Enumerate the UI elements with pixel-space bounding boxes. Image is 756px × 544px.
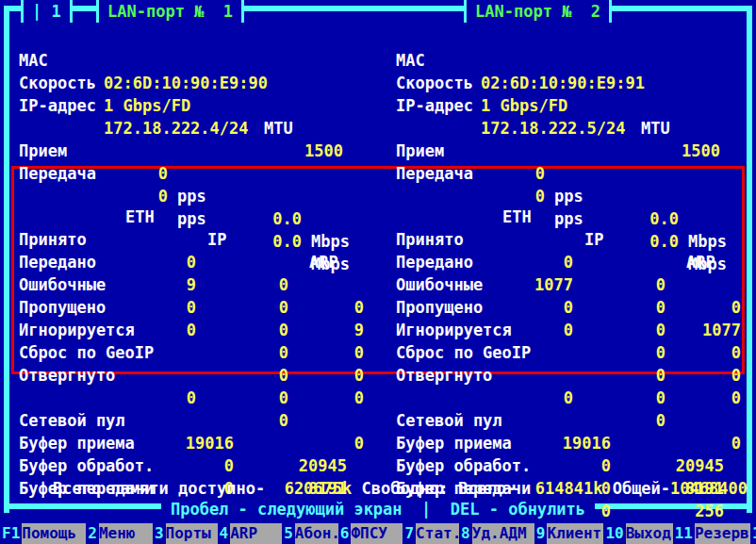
screen-indicator-tab: | 1 bbox=[21, 0, 73, 23]
fkey-exit[interactable]: 10Выход bbox=[603, 523, 672, 544]
memory-summary-line: Всего памяти доступно- 620675k Свободно:… bbox=[53, 477, 748, 500]
stats-header-row: ETH IP ARP bbox=[396, 183, 747, 206]
speed-row: Скорость 1 Gbps/FD MTU 1500 bbox=[396, 49, 747, 72]
table-row: Принято 0 0 0 bbox=[19, 206, 370, 228]
table-row: Ошибочные 0 0 0 bbox=[19, 251, 370, 273]
fkey-number: 11 bbox=[673, 523, 695, 544]
rx-rate-row: Прием 0 pps 0.0 Mbps bbox=[19, 117, 370, 140]
fkey-label: Выход bbox=[626, 523, 673, 544]
memory-total-label: Всего памяти доступно- bbox=[53, 479, 285, 498]
fkey-number: 6 bbox=[338, 523, 352, 544]
ip-label: IP-адрес bbox=[396, 94, 473, 117]
fkey-label: Стат. bbox=[416, 523, 459, 544]
speed-row: Скорость 1 Gbps/FD MTU 1500 bbox=[19, 49, 370, 72]
terminal-screen: | 1 LAN-порт № 1 LAN-порт № 2 MAC 02:6D:… bbox=[0, 0, 756, 544]
speed-value: 1 Gbps/FD bbox=[481, 94, 567, 117]
tx-rate-row: Передача 0 pps 0.0 Mbps bbox=[396, 140, 747, 162]
fkey-label: Меню bbox=[99, 523, 153, 544]
fkey-misc[interactable]: 12Проч. bbox=[750, 523, 756, 544]
table-row: Игнорируется 0 0 bbox=[19, 296, 370, 319]
tx-label: Передача bbox=[19, 162, 96, 185]
fkey-number: 10 bbox=[603, 523, 625, 544]
fkey-number: F1 bbox=[0, 523, 22, 544]
table-row: Отвергнуто 0 0 0 bbox=[19, 341, 370, 364]
ip-row: IP-адрес 172.18.222.4/24 bbox=[19, 72, 370, 94]
fkey-label: Клиент bbox=[547, 523, 603, 544]
memory-free-label: Свободно: Всего- bbox=[352, 479, 534, 498]
stat-arp: 0 bbox=[675, 364, 741, 387]
fkey-client[interactable]: 9Клиент bbox=[534, 523, 604, 544]
memory-common-label: Общей- bbox=[602, 479, 670, 498]
buffer-row: Сетевой пул 19016 20945 bbox=[396, 387, 747, 409]
speed-value: 1 Gbps/FD bbox=[104, 94, 190, 117]
fkey-menu[interactable]: 2Меню bbox=[86, 523, 153, 544]
mac-row: MAC 02:6D:10:90:E9:91 bbox=[396, 26, 747, 49]
table-row: Пропущено 0 0 0 bbox=[19, 273, 370, 296]
stats-header-row: ETH IP ARP bbox=[19, 183, 370, 206]
hint-line: Пробел - следующий экран | DEL - обнулит… bbox=[0, 498, 756, 520]
fkey-label: Помощь bbox=[22, 523, 86, 544]
stat-ip: 0 bbox=[584, 364, 666, 387]
stat-label: Отвергнуто bbox=[396, 364, 492, 387]
fkey-remote-admin[interactable]: 8Уд.АДМ bbox=[459, 523, 534, 544]
screen-indicator-label: | 1 bbox=[32, 2, 61, 21]
fkey-ports[interactable]: 3Порты bbox=[153, 523, 218, 544]
stat-ip: 0 bbox=[207, 364, 288, 387]
stat-arp: 0 bbox=[298, 364, 364, 387]
fkey-label: Абон. bbox=[295, 523, 338, 544]
table-row: Сброс по GeoIP 0 bbox=[396, 319, 747, 341]
memory-common-value: 10468400 bbox=[670, 479, 748, 498]
fkey-number: 4 bbox=[218, 523, 231, 544]
table-row: Пропущено 0 0 0 bbox=[396, 273, 747, 296]
fkey-label: Уд.АДМ bbox=[472, 523, 534, 544]
port2-panel: MAC 02:6D:10:90:E9:91 Скорость 1 Gbps/FD… bbox=[396, 0, 747, 500]
fkey-stats[interactable]: 7Стат. bbox=[403, 523, 459, 544]
left-border bbox=[4, 6, 9, 513]
table-row: Сброс по GeoIP 0 bbox=[19, 319, 370, 341]
buffer-row: Сетевой пул 19016 20945 bbox=[19, 387, 370, 409]
fkey-number: 7 bbox=[403, 523, 416, 544]
table-row: Передано 1077 0 1077 bbox=[396, 228, 747, 251]
fkey-help[interactable]: F1Помощь bbox=[0, 523, 86, 544]
port2-header-tab: LAN-порт № 2 bbox=[464, 0, 612, 23]
memory-total-value: 620675k bbox=[285, 479, 353, 498]
buffer-row: Буфер приема 0 8191 bbox=[19, 409, 370, 432]
fkey-number: 12 bbox=[750, 523, 756, 544]
table-row: Передано 9 0 9 bbox=[19, 228, 370, 251]
buffer-row: Буфер обработ. 0 256 bbox=[19, 432, 370, 454]
fkey-arp[interactable]: 4ARP bbox=[218, 523, 283, 544]
memory-free-value: 614841k bbox=[535, 479, 603, 498]
fkey-fpsu[interactable]: 6ФПСУ bbox=[338, 523, 403, 544]
table-row: Отвергнуто 0 0 0 bbox=[396, 341, 747, 364]
tx-label: Передача bbox=[396, 162, 473, 185]
table-row: Игнорируется 0 0 bbox=[396, 296, 747, 319]
buffer-row: Буфер передачи 0 8191 bbox=[19, 454, 370, 477]
fkey-number: 3 bbox=[153, 523, 166, 544]
fkey-label: Резерв bbox=[695, 523, 750, 544]
port2-header-label: LAN-порт № 2 bbox=[475, 2, 600, 21]
fkey-label: ФПСУ bbox=[351, 523, 403, 544]
fkey-number: 9 bbox=[534, 523, 548, 544]
ip-label: IP-адрес bbox=[19, 94, 96, 117]
hint-text: Пробел - следующий экран | DEL - обнулит… bbox=[161, 500, 595, 519]
buffer-row: Буфер обработ. 0 256 bbox=[396, 432, 747, 454]
table-row: Принято 0 0 0 bbox=[396, 206, 747, 228]
buffer-row: Буфер приема 0 8191 bbox=[396, 409, 747, 432]
fkey-number: 2 bbox=[86, 523, 99, 544]
ip-row: IP-адрес 172.18.222.5/24 bbox=[396, 72, 747, 94]
port1-header-label: LAN-порт № 1 bbox=[107, 2, 233, 21]
fkey-label: ARP bbox=[230, 523, 282, 544]
stat-label: Отвергнуто bbox=[19, 364, 115, 387]
fkey-number: 5 bbox=[282, 523, 295, 544]
fkey-reserve[interactable]: 11Резерв bbox=[673, 523, 750, 544]
tx-rate-row: Передача 0 pps 0.0 Mbps bbox=[19, 140, 370, 162]
function-key-bar: F1Помощь 2Меню 3Порты 4ARP 5Абон. 6ФПСУ … bbox=[0, 523, 756, 544]
port1-header-tab: LAN-порт № 1 bbox=[96, 0, 244, 23]
fkey-number: 8 bbox=[459, 523, 472, 544]
fkey-label: Порты bbox=[166, 523, 218, 544]
table-row: Ошибочные 0 0 0 bbox=[396, 251, 747, 273]
right-border bbox=[747, 6, 752, 513]
mac-row: MAC 02:6D:10:90:E9:90 bbox=[19, 26, 370, 49]
fkey-subscribers[interactable]: 5Абон. bbox=[282, 523, 338, 544]
buffer-row: Буфер передачи 0 8191 bbox=[396, 454, 747, 477]
